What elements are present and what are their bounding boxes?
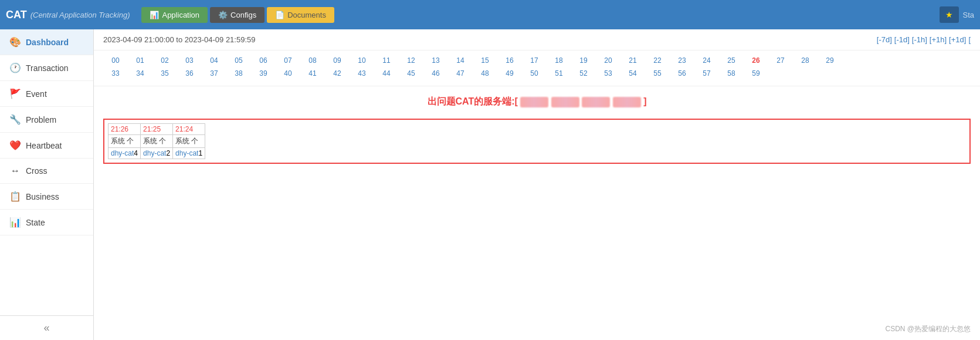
- time-link-plus1h[interactable]: [+1h]: [930, 35, 947, 44]
- time-cell-37[interactable]: 37: [202, 68, 226, 79]
- sidebar-item-transaction[interactable]: 🕐 Transaction: [0, 55, 93, 81]
- time-cell-27[interactable]: 27: [768, 55, 793, 66]
- time-cell-56[interactable]: 56: [670, 68, 694, 79]
- app-logo: CAT: [6, 9, 27, 21]
- time-cell-09[interactable]: 09: [325, 55, 350, 66]
- time-cell-57[interactable]: 57: [694, 68, 719, 79]
- sidebar-item-heartbeat[interactable]: ❤️ Heartbeat: [0, 133, 93, 159]
- time-cell-19[interactable]: 19: [571, 55, 596, 66]
- alert-area: 出问题CAT的服务端:[ ]: [94, 86, 980, 113]
- time-cell-36[interactable]: 36: [177, 68, 202, 79]
- sidebar: 🎨 Dashboard 🕐 Transaction 🚩 Event 🔧 Prob…: [0, 29, 94, 340]
- nav-application-button[interactable]: 📊 Application: [141, 7, 208, 23]
- time-cell-43[interactable]: 43: [350, 68, 374, 79]
- time-link-plus1d[interactable]: [+1d]: [949, 35, 966, 44]
- hb-link[interactable]: dhy-cat: [175, 149, 198, 157]
- time-cell-16[interactable]: 16: [497, 55, 522, 66]
- sidebar-label-business: Business: [26, 192, 59, 201]
- time-cell-53[interactable]: 53: [596, 68, 620, 79]
- main-area: 2023-04-09 21:00:00 to 2023-04-09 21:59:…: [94, 29, 980, 340]
- time-cell-28[interactable]: 28: [793, 55, 818, 66]
- sidebar-item-cross[interactable]: ↔️ Cross: [0, 159, 93, 184]
- time-cell-14[interactable]: 14: [448, 55, 473, 66]
- time-cell-06[interactable]: 06: [251, 55, 276, 66]
- time-cell-04[interactable]: 04: [202, 55, 226, 66]
- time-cell-24[interactable]: 24: [694, 55, 719, 66]
- hb-time-2126[interactable]: 21:26: [108, 124, 141, 135]
- layout: 🎨 Dashboard 🕐 Transaction 🚩 Event 🔧 Prob…: [0, 29, 980, 340]
- time-cell-35[interactable]: 35: [152, 68, 177, 79]
- sidebar-collapse-button[interactable]: «: [0, 315, 93, 340]
- hb-time-2125[interactable]: 21:25: [141, 124, 173, 135]
- star-button[interactable]: ★: [940, 6, 959, 23]
- time-cell-12[interactable]: 12: [399, 55, 423, 66]
- time-cell-21[interactable]: 21: [620, 55, 645, 66]
- time-cell-42[interactable]: 42: [325, 68, 350, 79]
- time-cell-49[interactable]: 49: [497, 68, 522, 79]
- time-cell-44[interactable]: 44: [374, 68, 399, 79]
- hb-link-cell[interactable]: dhy-cat1: [173, 148, 205, 159]
- time-cell-48[interactable]: 48: [473, 68, 497, 79]
- hb-time-2124[interactable]: 21:24: [173, 124, 205, 135]
- hb-link-cell[interactable]: dhy-cat4: [108, 148, 141, 159]
- time-cell-45[interactable]: 45: [399, 68, 423, 79]
- time-cell-08[interactable]: 08: [300, 55, 325, 66]
- time-cell-55[interactable]: 55: [645, 68, 670, 79]
- time-cell-59[interactable]: 59: [744, 68, 768, 79]
- time-cell-17[interactable]: 17: [522, 55, 547, 66]
- time-cell-58[interactable]: 58: [719, 68, 744, 79]
- time-cell-47[interactable]: 47: [448, 68, 473, 79]
- time-cell-52[interactable]: 52: [571, 68, 596, 79]
- sidebar-item-event[interactable]: 🚩 Event: [0, 81, 93, 107]
- time-cell-20[interactable]: 20: [596, 55, 620, 66]
- time-cell-41[interactable]: 41: [300, 68, 325, 79]
- hb-link-cell[interactable]: dhy-cat2: [141, 148, 173, 159]
- hb-system-label: 系统 个: [108, 135, 141, 148]
- time-range-text: 2023-04-09 21:00:00 to 2023-04-09 21:59:…: [103, 35, 256, 44]
- sidebar-item-problem[interactable]: 🔧 Problem: [0, 107, 93, 133]
- time-link-minus1d[interactable]: [-1d]: [894, 35, 910, 44]
- time-cell-51[interactable]: 51: [547, 68, 571, 79]
- time-cell-13[interactable]: 13: [423, 55, 448, 66]
- heartbeat-table: 21:2621:2521:24系统 个系统 个系统 个dhy-cat4dhy-c…: [108, 123, 205, 159]
- time-cell-07[interactable]: 07: [276, 55, 300, 66]
- time-cell-05[interactable]: 05: [226, 55, 251, 66]
- time-cell-38[interactable]: 38: [226, 68, 251, 79]
- sidebar-item-business[interactable]: 📋 Business: [0, 184, 93, 210]
- time-cell-40[interactable]: 40: [276, 68, 300, 79]
- nav-configs-button[interactable]: ⚙️ Configs: [210, 7, 265, 23]
- time-cell-00[interactable]: 00: [103, 55, 128, 66]
- time-cell-03[interactable]: 03: [177, 55, 202, 66]
- time-cell-15[interactable]: 15: [473, 55, 497, 66]
- time-cell-02[interactable]: 02: [152, 55, 177, 66]
- time-cell-23[interactable]: 23: [670, 55, 694, 66]
- time-cell-34[interactable]: 34: [128, 68, 152, 79]
- time-cell-10[interactable]: 10: [350, 55, 374, 66]
- sidebar-label-event: Event: [26, 89, 47, 99]
- cross-icon: ↔️: [9, 166, 21, 176]
- nav-documents-button[interactable]: 📄 Documents: [267, 7, 334, 23]
- time-cell-25[interactable]: 25: [719, 55, 744, 66]
- time-cell-46[interactable]: 46: [423, 68, 448, 79]
- time-cell-11[interactable]: 11: [374, 55, 399, 66]
- time-cell-33[interactable]: 33: [103, 68, 128, 79]
- time-link-more[interactable]: [: [968, 35, 971, 44]
- time-cell-54[interactable]: 54: [620, 68, 645, 79]
- nav-right: ★ Sta: [940, 6, 974, 23]
- hb-link[interactable]: dhy-cat: [111, 149, 134, 157]
- sidebar-label-transaction: Transaction: [26, 63, 69, 73]
- sidebar-item-dashboard[interactable]: 🎨 Dashboard: [0, 29, 93, 55]
- sidebar-item-state[interactable]: 📊 State: [0, 210, 93, 235]
- time-cell-50[interactable]: 50: [522, 68, 547, 79]
- hb-link[interactable]: dhy-cat: [143, 149, 166, 157]
- hb-system-label: 系统 个: [173, 135, 205, 148]
- time-cell-01[interactable]: 01: [128, 55, 152, 66]
- time-cell-39[interactable]: 39: [251, 68, 276, 79]
- time-cell-18[interactable]: 18: [547, 55, 571, 66]
- time-cell-26[interactable]: 26: [744, 55, 768, 66]
- time-cell-22[interactable]: 22: [645, 55, 670, 66]
- time-link-minus1h[interactable]: [-1h]: [912, 35, 927, 44]
- time-link-minus7d[interactable]: [-7d]: [877, 35, 892, 44]
- time-links: [-7d] [-1d] [-1h] [+1h] [+1d] [: [877, 35, 971, 44]
- time-cell-29[interactable]: 29: [818, 55, 842, 66]
